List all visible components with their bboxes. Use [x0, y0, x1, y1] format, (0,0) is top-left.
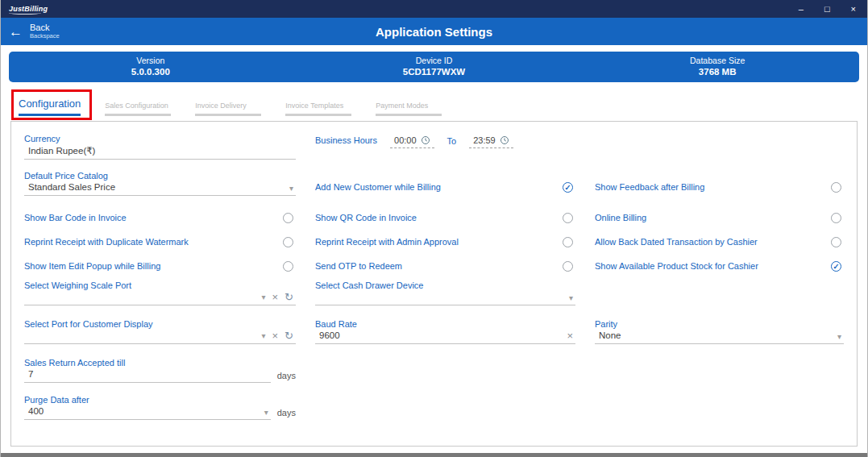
toggle-reprint-admin-approval[interactable]: Reprint Receipt with Admin Approval ✓	[315, 230, 575, 254]
radio-icon[interactable]: ✓	[563, 261, 573, 272]
tab-configuration[interactable]: Configuration	[19, 98, 81, 116]
customer-display-port-select[interactable]: ▾ × ↻	[24, 329, 296, 344]
titlebar: JustBilling – □ ×	[1, 0, 867, 18]
weighing-scale-port-label: Select Weighing Scale Port	[24, 278, 296, 290]
chevron-down-icon[interactable]: ▾	[569, 294, 573, 302]
toggle-show-qr-code[interactable]: Show QR Code in Invoice ✓	[315, 206, 575, 230]
default-price-catalog-field: Default Price Catalog Standard Sales Pri…	[24, 168, 296, 206]
version-label: Version	[136, 56, 164, 67]
chevron-down-icon[interactable]: ▾	[289, 185, 293, 193]
radio-icon[interactable]: ✓	[831, 237, 841, 247]
cash-drawer-field: Select Cash Drawer Device ▾	[315, 278, 575, 317]
weighing-scale-port-value	[27, 292, 261, 302]
chevron-down-icon[interactable]: ▾	[837, 333, 841, 341]
business-hours-label: Business Hours	[315, 135, 377, 145]
baud-rate-value: 9600	[318, 330, 567, 341]
device-id-value: 5CD1177WXW	[403, 66, 465, 78]
toggle-show-bar-code[interactable]: Show Bar Code in Invoice ✓	[24, 206, 296, 230]
toggle-item-edit-popup[interactable]: Show Item Edit Popup while Billing ✓	[24, 254, 296, 278]
radio-icon[interactable]: ✓	[283, 261, 293, 272]
check-icon: ✓	[833, 262, 840, 271]
back-button[interactable]: ← Back Backspace	[9, 18, 60, 45]
clock-icon[interactable]	[421, 135, 430, 145]
business-hours-from[interactable]: 00:00	[390, 135, 434, 148]
radio-icon[interactable]: ✓	[831, 182, 841, 193]
settings-column-2: Business Hours 00:00 To 23:59 Add New Cu…	[315, 131, 575, 430]
refresh-icon[interactable]: ↻	[284, 330, 293, 341]
check-circle-icon[interactable]: ✓	[563, 182, 573, 193]
business-hours-to[interactable]: 23:59	[469, 135, 513, 148]
page-header: ← Back Backspace Application Settings	[1, 18, 867, 45]
clear-icon[interactable]: ×	[567, 330, 573, 341]
radio-icon[interactable]: ✓	[563, 237, 573, 247]
toggle-add-new-customer[interactable]: Add New Customer while Billing ✓	[315, 168, 575, 206]
customer-display-port-value	[27, 330, 261, 341]
settings-column-3: Show Feedback after Billing ✓ Online Bil…	[595, 131, 844, 430]
device-id-label: Device ID	[416, 56, 453, 67]
clock-icon[interactable]	[500, 135, 509, 145]
toggle-product-stock-cashier[interactable]: Show Available Product Stock for Cashier…	[595, 254, 844, 278]
toggle-show-feedback[interactable]: Show Feedback after Billing ✓	[595, 168, 844, 206]
toggle-back-dated-transaction[interactable]: Allow Back Dated Transaction by Cashier …	[595, 230, 844, 254]
check-circle-icon[interactable]: ✓	[831, 261, 841, 272]
parity-select[interactable]: None ▾	[595, 329, 844, 344]
check-icon: ✓	[565, 183, 571, 192]
chevron-down-icon[interactable]: ▾	[261, 332, 265, 340]
clear-icon[interactable]: ×	[272, 330, 279, 341]
toggle-send-otp[interactable]: Send OTP to Redeem ✓	[315, 254, 575, 278]
currency-value: Indian Rupee(₹)	[27, 145, 293, 156]
clear-icon[interactable]: ×	[272, 292, 279, 302]
parity-value: None	[597, 330, 837, 341]
weighing-scale-port-select[interactable]: ▾ × ↻	[24, 290, 296, 305]
parity-label: Parity	[595, 317, 844, 329]
currency-input[interactable]: Indian Rupee(₹)	[24, 143, 296, 160]
business-hours-field: Business Hours 00:00 To 23:59	[315, 131, 575, 168]
purge-data-select[interactable]: 400 ▾	[24, 405, 271, 420]
back-shortcut-label: Backspace	[30, 33, 60, 40]
version-value: 5.0.0.300	[131, 66, 170, 78]
purge-data-label: Purge Data after	[24, 393, 296, 405]
device-id-info: Device ID 5CD1177WXW	[293, 52, 576, 82]
parity-field: Parity None ▾	[595, 317, 844, 355]
default-price-catalog-label: Default Price Catalog	[24, 168, 296, 181]
database-size-info: Database Size 3768 MB	[575, 52, 859, 82]
business-hours-to-label: To	[447, 135, 457, 146]
chevron-down-icon[interactable]: ▾	[264, 409, 268, 417]
customer-display-port-field: Select Port for Customer Display ▾ × ↻	[24, 317, 296, 355]
currency-label: Currency	[24, 131, 296, 143]
chevron-down-icon[interactable]: ▾	[261, 293, 265, 301]
tab-invoice-templates[interactable]: Invoice Templates	[285, 102, 351, 116]
weighing-scale-port-field: Select Weighing Scale Port ▾ × ↻	[24, 278, 296, 317]
radio-icon[interactable]: ✓	[283, 213, 293, 223]
sales-return-value: 7	[27, 369, 268, 380]
back-labels: Back Backspace	[30, 23, 60, 39]
close-button[interactable]: ×	[851, 5, 856, 14]
minimize-button[interactable]: –	[799, 5, 804, 14]
default-price-catalog-select[interactable]: Standard Sales Price ▾	[24, 181, 296, 196]
purge-data-unit: days	[277, 408, 296, 420]
maximize-button[interactable]: □	[824, 5, 830, 14]
refresh-icon[interactable]: ↻	[284, 292, 293, 302]
sales-return-input[interactable]: 7	[24, 368, 271, 383]
toggle-reprint-duplicate-watermark[interactable]: Reprint Receipt with Duplicate Watermark…	[24, 230, 296, 254]
tab-payment-modes[interactable]: Payment Modes	[376, 102, 442, 116]
page-title: Application Settings	[1, 25, 867, 39]
radio-icon[interactable]: ✓	[563, 213, 573, 223]
purge-data-value: 400	[27, 406, 264, 417]
radio-icon[interactable]: ✓	[283, 237, 293, 247]
currency-field: Currency Indian Rupee(₹)	[24, 131, 296, 168]
database-size-label: Database Size	[690, 56, 745, 67]
cash-drawer-select[interactable]: ▾	[315, 290, 575, 305]
baud-rate-input[interactable]: 9600 ×	[315, 329, 575, 344]
tab-invoice-delivery[interactable]: Invoice Delivery	[195, 102, 261, 116]
tab-sales-configuration[interactable]: Sales Configuration	[105, 102, 171, 116]
app-window: JustBilling – □ × ← Back Backspace Appli…	[0, 0, 868, 457]
toggle-online-billing[interactable]: Online Billing ✓	[595, 206, 844, 230]
baud-rate-label: Baud Rate	[315, 317, 575, 329]
customer-display-port-label: Select Port for Customer Display	[24, 317, 296, 329]
window-bottom-edge	[1, 453, 867, 457]
default-price-catalog-value: Standard Sales Price	[27, 182, 289, 193]
radio-icon[interactable]: ✓	[831, 213, 841, 223]
version-info: Version 5.0.0.300	[9, 52, 293, 82]
sales-return-field: Sales Return Accepted till 7 days	[24, 355, 296, 393]
